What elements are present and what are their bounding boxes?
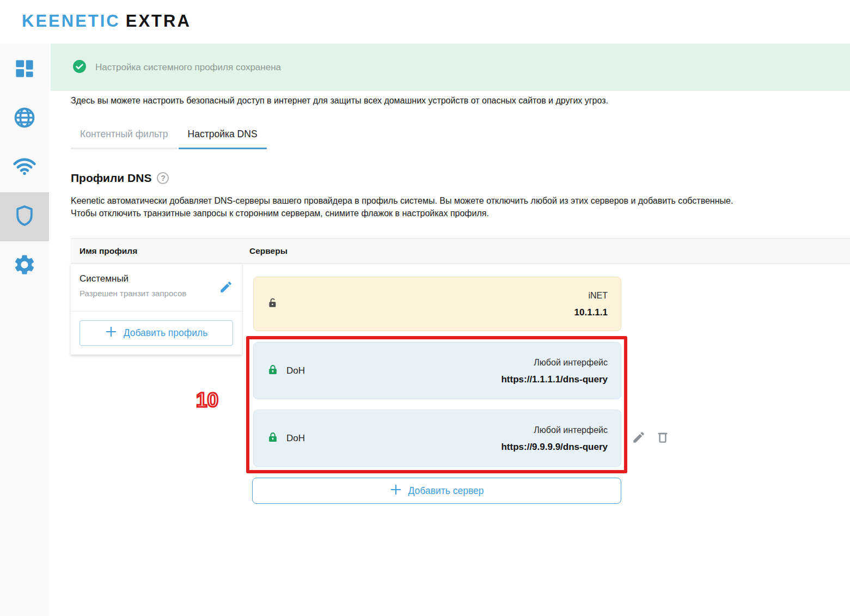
server-card-doh-1[interactable]: DoH Любой интерфейс https://1.1.1.1/dns-… (253, 342, 621, 399)
server-info: Любой интерфейс https://9.9.9.9/dns-quer… (501, 422, 608, 455)
plus-icon (105, 326, 117, 340)
server-interface: iNET (574, 287, 608, 304)
server-left: DoH (267, 363, 305, 379)
profile-note: Разрешен транзит запросов (80, 289, 233, 298)
server-interface: Любой интерфейс (501, 422, 608, 438)
edit-server-icon[interactable] (632, 430, 646, 447)
wifi-icon (13, 155, 36, 181)
column-servers: Серверы (249, 246, 288, 256)
success-banner: Настройка системного профиля сохранена (51, 44, 850, 91)
section-description: Keenetic автоматически добавляет DNS-сер… (71, 194, 847, 219)
brand-name: KEENETIC (22, 11, 120, 31)
delete-server-icon[interactable] (656, 430, 670, 447)
brand-model: EXTRA (126, 11, 191, 31)
page-intro: Здесь вы можете настроить безопасный дос… (71, 96, 844, 106)
server-row-actions (632, 430, 670, 447)
banner-message: Настройка системного профиля сохранена (95, 62, 281, 73)
sidebar-item-security[interactable] (0, 192, 49, 241)
tab-content-filter[interactable]: Контентный фильтр (71, 129, 178, 149)
globe-icon (13, 106, 36, 132)
dashboard-icon (13, 57, 36, 83)
sidebar-item-wifi[interactable] (0, 143, 49, 192)
sidebar-item-settings[interactable] (0, 241, 49, 290)
server-address: https://9.9.9.9/dns-query (501, 438, 608, 455)
table-header: Имя профиля Серверы (71, 238, 850, 264)
lock-closed-icon (267, 431, 279, 446)
help-icon[interactable]: ? (157, 172, 169, 184)
server-name: DoH (286, 433, 305, 444)
server-card-doh-2[interactable]: DoH Любой интерфейс https://9.9.9.9/dns-… (253, 410, 621, 467)
section-title: Профили DNS (71, 172, 151, 185)
profile-name: Системный (80, 273, 233, 284)
add-server-label: Добавить сервер (408, 485, 484, 497)
shield-icon (13, 204, 36, 230)
server-address: 10.1.1.1 (574, 304, 608, 321)
sidebar-item-internet[interactable] (0, 94, 49, 143)
annotation-step-number: 10 (196, 389, 218, 412)
lock-closed-icon (267, 363, 279, 379)
check-circle-icon (72, 59, 87, 76)
tab-bar: Контентный фильтр Настройка DNS (71, 129, 268, 149)
add-server-button[interactable]: Добавить сервер (252, 478, 621, 504)
server-card-provider[interactable]: iNET 10.1.1.1 (253, 277, 621, 331)
profile-entry-system[interactable]: Системный Разрешен транзит запросов (71, 264, 242, 312)
sidebar-item-dashboard[interactable] (0, 45, 49, 94)
column-profile-name: Имя профиля (80, 246, 137, 256)
add-profile-label: Добавить профиль (124, 327, 208, 339)
profile-card: Системный Разрешен транзит запросов Доба… (71, 264, 242, 355)
add-profile-button[interactable]: Добавить профиль (80, 320, 233, 346)
brand-logo: KEENETICEXTRA (22, 11, 191, 31)
server-address: https://1.1.1.1/dns-query (501, 371, 608, 388)
plus-icon (390, 484, 402, 498)
edit-profile-icon[interactable] (219, 280, 233, 296)
server-left: DoH (267, 431, 305, 446)
section-head: Профили DNS ? (71, 172, 169, 185)
tab-dns-settings[interactable]: Настройка DNS (179, 129, 267, 149)
server-name: DoH (286, 365, 305, 376)
server-left (267, 296, 279, 312)
top-bar: KEENETICEXTRA (0, 0, 850, 44)
lock-open-icon (267, 296, 279, 312)
gear-icon (13, 253, 36, 279)
server-info: iNET 10.1.1.1 (574, 287, 608, 321)
sidebar (0, 44, 49, 616)
server-info: Любой интерфейс https://1.1.1.1/dns-quer… (501, 354, 608, 388)
server-interface: Любой интерфейс (501, 354, 608, 371)
